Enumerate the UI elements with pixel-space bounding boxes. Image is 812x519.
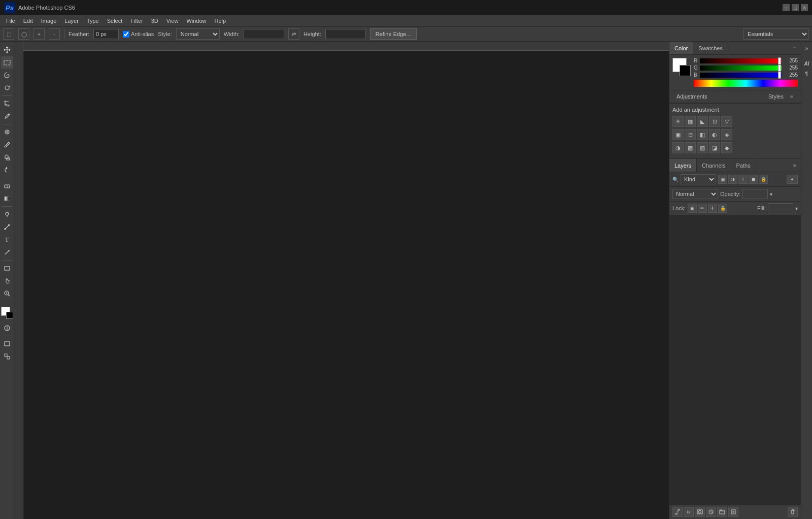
panel-collapse-btn[interactable]: » bbox=[802, 44, 811, 53]
filter-smart-btn[interactable]: 🔒 bbox=[759, 175, 768, 184]
menu-image[interactable]: Image bbox=[37, 15, 61, 26]
brightness-adj-btn[interactable]: ☀ bbox=[672, 116, 684, 127]
lock-position-btn[interactable]: ✛ bbox=[708, 204, 717, 213]
height-input[interactable] bbox=[325, 29, 366, 39]
fg-bg-color[interactable] bbox=[1, 307, 13, 319]
g-slider[interactable] bbox=[700, 66, 782, 71]
pen-tool[interactable] bbox=[1, 221, 13, 233]
dodge-tool[interactable] bbox=[1, 208, 13, 220]
lasso-tool[interactable] bbox=[1, 69, 13, 81]
screen-mode-btn[interactable] bbox=[1, 338, 13, 350]
color-fg-bg-swatch[interactable] bbox=[672, 58, 691, 76]
huesat-adj-btn[interactable]: ▣ bbox=[672, 129, 684, 140]
color-bg-swatch[interactable] bbox=[680, 65, 691, 76]
title-bar-controls[interactable]: ─ □ ✕ bbox=[783, 4, 808, 11]
r-slider-thumb[interactable] bbox=[778, 57, 781, 64]
arrange-btn[interactable] bbox=[1, 350, 13, 363]
style-select[interactable]: Normal Fixed Ratio Fixed Size bbox=[176, 28, 220, 40]
move-tool[interactable] bbox=[1, 44, 13, 56]
link-layers-btn[interactable] bbox=[672, 507, 683, 517]
type-tool[interactable]: T bbox=[1, 234, 13, 246]
threshold-adj-btn[interactable]: ▨ bbox=[697, 142, 708, 153]
clone-stamp-tool[interactable] bbox=[1, 151, 13, 164]
background-color[interactable] bbox=[6, 312, 13, 319]
menu-type[interactable]: Type bbox=[83, 15, 103, 26]
filter-pixel-btn[interactable]: ▣ bbox=[718, 175, 727, 184]
menu-view[interactable]: View bbox=[162, 15, 183, 26]
menu-window[interactable]: Window bbox=[182, 15, 210, 26]
fill-chevron[interactable]: ▾ bbox=[795, 206, 798, 211]
quick-select-tool[interactable] bbox=[1, 82, 13, 94]
posterize-adj-btn[interactable]: ▩ bbox=[685, 142, 696, 153]
layers-kind-select[interactable]: Kind bbox=[681, 174, 716, 184]
g-slider-thumb[interactable] bbox=[778, 64, 781, 72]
curves-adj-btn[interactable]: ◣ bbox=[697, 116, 708, 127]
tab-color[interactable]: Color bbox=[669, 42, 693, 54]
fx-btn[interactable]: fx bbox=[684, 507, 694, 517]
anti-alias-checkbox[interactable] bbox=[123, 31, 129, 38]
lock-image-btn[interactable]: ✏ bbox=[698, 204, 707, 213]
swap-dimensions-btn[interactable]: ⇌ bbox=[288, 28, 299, 40]
brush-tool[interactable] bbox=[1, 139, 13, 151]
filter-type-btn[interactable]: T bbox=[738, 175, 748, 184]
layers-filter-toggle[interactable]: ● bbox=[787, 175, 798, 184]
marquee-rect-tool[interactable] bbox=[1, 56, 13, 69]
ai-panel-btn[interactable]: AI bbox=[802, 59, 811, 68]
tab-channels[interactable]: Channels bbox=[697, 159, 731, 172]
b-slider-thumb[interactable] bbox=[778, 72, 781, 79]
menu-3d[interactable]: 3D bbox=[147, 15, 162, 26]
styles-tab[interactable]: Styles bbox=[764, 93, 788, 100]
bw-adj-btn[interactable]: ◧ bbox=[697, 129, 708, 140]
width-input[interactable] bbox=[244, 29, 284, 39]
menu-layer[interactable]: Layer bbox=[60, 15, 83, 26]
tab-layers[interactable]: Layers bbox=[669, 159, 697, 172]
add-adj-layer-btn[interactable] bbox=[706, 507, 716, 517]
refine-edge-button[interactable]: Refine Edge... bbox=[370, 28, 417, 40]
essentials-select[interactable]: Essentials Design Painting Photography bbox=[743, 28, 809, 40]
zoom-tool[interactable] bbox=[1, 287, 13, 300]
shape-tool[interactable] bbox=[1, 262, 13, 274]
menu-edit[interactable]: Edit bbox=[19, 15, 37, 26]
opacity-input[interactable] bbox=[742, 189, 768, 199]
paragraph-panel-btn[interactable]: ¶ bbox=[802, 69, 811, 78]
filter-adj-btn[interactable]: ◑ bbox=[728, 175, 737, 184]
marquee-subtract-btn[interactable]: - bbox=[49, 28, 60, 40]
menu-help[interactable]: Help bbox=[211, 15, 230, 26]
close-button[interactable]: ✕ bbox=[801, 4, 808, 11]
invert-adj-btn[interactable]: ◑ bbox=[672, 142, 684, 153]
marquee-rect-option-btn[interactable]: ⬚ bbox=[3, 28, 14, 40]
adjustments-tab[interactable]: Adjustments bbox=[672, 93, 764, 100]
color-spectrum[interactable] bbox=[694, 80, 798, 87]
eyedropper-tool[interactable] bbox=[1, 110, 13, 122]
gradmap-adj-btn[interactable]: ◆ bbox=[721, 142, 732, 153]
color-panel-expand[interactable]: ≡ bbox=[791, 44, 799, 52]
quick-mask-btn[interactable] bbox=[1, 322, 13, 334]
menu-file[interactable]: File bbox=[2, 15, 19, 26]
gradient-tool[interactable] bbox=[1, 192, 13, 205]
marquee-add-btn[interactable]: + bbox=[33, 28, 45, 40]
heal-brush-tool[interactable] bbox=[1, 126, 13, 138]
delete-layer-btn[interactable] bbox=[788, 507, 798, 517]
restore-button[interactable]: □ bbox=[792, 4, 799, 11]
crop-tool[interactable] bbox=[1, 98, 13, 110]
tab-swatches[interactable]: Swatches bbox=[693, 42, 728, 54]
channelmixer-adj-btn[interactable]: ◈ bbox=[721, 129, 732, 140]
minimize-button[interactable]: ─ bbox=[783, 4, 790, 11]
exposure-adj-btn[interactable]: ⊡ bbox=[709, 116, 720, 127]
canvas-content[interactable] bbox=[23, 51, 669, 519]
canvas-area[interactable] bbox=[14, 42, 669, 519]
feather-input[interactable] bbox=[93, 29, 119, 39]
menu-filter[interactable]: Filter bbox=[126, 15, 147, 26]
lock-all-btn[interactable]: 🔒 bbox=[718, 204, 727, 213]
new-layer-btn[interactable] bbox=[728, 507, 738, 517]
layers-panel-expand[interactable]: ≡ bbox=[791, 161, 799, 170]
adj-panel-expand[interactable]: ≡ bbox=[788, 92, 796, 101]
levels-adj-btn[interactable]: ▦ bbox=[685, 116, 696, 127]
photofilter-adj-btn[interactable]: ◐ bbox=[709, 129, 720, 140]
path-select-tool[interactable] bbox=[1, 246, 13, 258]
hand-tool[interactable] bbox=[1, 275, 13, 287]
tab-paths[interactable]: Paths bbox=[731, 159, 756, 172]
b-slider[interactable] bbox=[700, 73, 782, 78]
vibrance-adj-btn[interactable]: ▽ bbox=[721, 116, 732, 127]
opacity-chevron[interactable]: ▾ bbox=[770, 191, 772, 197]
